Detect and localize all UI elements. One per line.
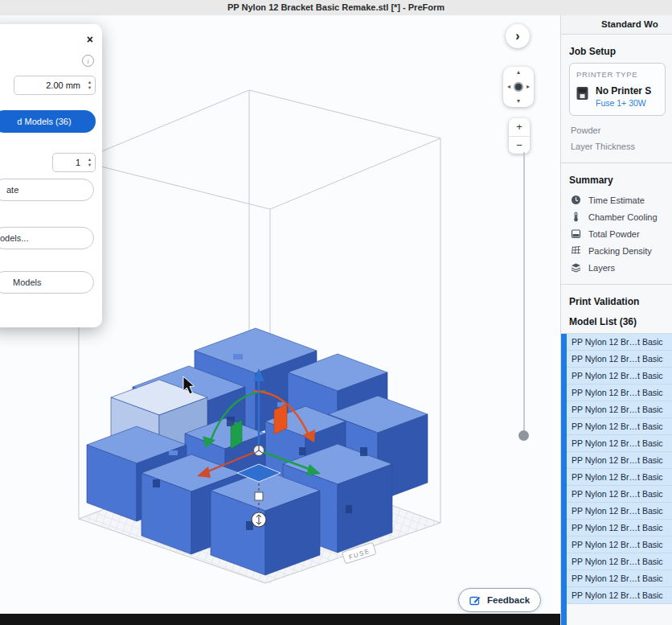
model-list-selection-strip[interactable]	[561, 334, 567, 625]
workspace-title: Standard Wo	[561, 15, 672, 35]
model-list-item[interactable]: PP Nylon 12 Br…t Basic	[561, 553, 672, 570]
models-button[interactable]: Models	[0, 271, 94, 294]
printer-type-card[interactable]: PRINTER TYPE No Printer S Fuse 1+ 30W	[569, 63, 666, 116]
zoom-out-button[interactable]: −	[509, 137, 530, 154]
clock-icon	[571, 195, 581, 205]
powder-icon	[571, 228, 581, 239]
model-list-item[interactable]: PP Nylon 12 Br…t Basic	[561, 587, 672, 604]
view-orbit-icon[interactable]	[514, 82, 523, 92]
model-list-item[interactable]: PP Nylon 12 Br…t Basic	[561, 452, 672, 469]
model-list-item[interactable]: PP Nylon 12 Br…t Basic	[561, 384, 672, 401]
zoom-slider-handle[interactable]	[518, 430, 529, 441]
summary-total-powder: Total Powder	[561, 225, 672, 242]
window-title: PP Nylon 12 Bracket Basic Remake.stl [*]…	[0, 0, 672, 16]
model-list-item[interactable]: PP Nylon 12 Br…t Basic	[561, 418, 672, 435]
model-list-item[interactable]: PP Nylon 12 Br…t Basic	[561, 486, 672, 503]
model-list-item[interactable]: PP Nylon 12 Br…t Basic	[561, 537, 672, 553]
printer-icon	[576, 85, 589, 101]
count-value[interactable]: 1	[53, 158, 84, 167]
summary-label: Total Powder	[588, 229, 640, 239]
summary-chamber-cooling: Chamber Cooling	[561, 208, 672, 225]
zoom-control[interactable]: + −	[509, 118, 530, 154]
layers-icon	[571, 262, 581, 273]
bottom-toolbar	[0, 614, 560, 625]
model-list-item[interactable]: PP Nylon 12 Br…t Basic	[561, 334, 672, 351]
printer-type-label: PRINTER TYPE	[576, 70, 658, 79]
model-list-heading[interactable]: Model List (36)	[561, 313, 672, 333]
nav-right-icon[interactable]: ▸	[527, 84, 530, 90]
layer-thickness-label: Layer Thickness	[561, 138, 672, 154]
select-models-button[interactable]: odels...	[0, 227, 94, 249]
duplicate-button[interactable]: ate	[0, 179, 94, 201]
model-list: PP Nylon 12 Br…t Basic PP Nylon 12 Br…t …	[561, 333, 672, 604]
summary-label: Packing Density	[588, 246, 652, 256]
powder-label: Powder	[561, 122, 672, 138]
summary-packing-density: Packing Density	[561, 242, 672, 259]
count-stepper[interactable]: 1 ▲ ▼	[52, 153, 96, 172]
spacing-stepper[interactable]: 2.00 mm ▲ ▼	[14, 76, 96, 95]
preform-window: PP Nylon 12 Bracket Basic Remake.stl [*]…	[0, 0, 672, 625]
job-setup-heading: Job Setup	[561, 35, 672, 63]
summary-layers: Layers	[561, 259, 672, 276]
job-setup-panel: Standard Wo Job Setup PRINTER TYPE No Pr…	[560, 15, 672, 625]
summary-heading: Summary	[561, 163, 672, 191]
feedback-button[interactable]: Feedback	[458, 588, 541, 612]
model-list-item[interactable]: PP Nylon 12 Br…t Basic	[561, 351, 672, 368]
packing-dialog: × i 2.00 mm ▲ ▼ d Models (36) 1 ▲ ▼ ate …	[0, 24, 102, 327]
feedback-label: Feedback	[487, 595, 530, 605]
stepper-up-icon[interactable]: ▲	[88, 80, 92, 84]
info-icon[interactable]: i	[82, 55, 94, 67]
printer-name: No Printer S	[596, 85, 651, 97]
model-list-item[interactable]: PP Nylon 12 Br…t Basic	[561, 469, 672, 486]
feedback-icon	[469, 594, 481, 606]
stepper-up-icon[interactable]: ▲	[88, 158, 92, 162]
printer-model-link[interactable]: Fuse 1+ 30W	[596, 98, 651, 108]
model-list-item[interactable]: PP Nylon 12 Br…t Basic	[561, 503, 672, 520]
summary-time-estimate: Time Estimate	[561, 191, 672, 208]
grid-icon	[571, 245, 581, 256]
nav-down-icon[interactable]: ▾	[517, 98, 520, 105]
summary-label: Layers	[588, 263, 615, 273]
zoom-in-button[interactable]: +	[509, 118, 530, 137]
expand-panel-button[interactable]: ›	[506, 24, 530, 48]
model-list-item[interactable]: PP Nylon 12 Br…t Basic	[561, 520, 672, 537]
view-navigation-pad[interactable]: ▴ ◂ ▸ ▾	[503, 67, 534, 107]
model-list-item[interactable]: PP Nylon 12 Br…t Basic	[561, 435, 672, 452]
summary-label: Chamber Cooling	[588, 212, 658, 222]
model-list-item[interactable]: PP Nylon 12 Br…t Basic	[561, 401, 672, 418]
stepper-down-icon[interactable]: ▼	[88, 86, 92, 90]
model-list-item[interactable]: PP Nylon 12 Br…t Basic	[561, 368, 672, 384]
close-icon[interactable]: ×	[87, 33, 93, 46]
summary-label: Time Estimate	[588, 195, 645, 205]
zoom-slider-track[interactable]	[523, 152, 525, 435]
model-list-item[interactable]: PP Nylon 12 Br…t Basic	[561, 570, 672, 587]
nav-up-icon[interactable]: ▴	[517, 69, 520, 76]
thermometer-icon	[571, 212, 581, 222]
pack-models-button[interactable]: d Models (36)	[0, 110, 96, 133]
print-validation-heading[interactable]: Print Validation	[561, 285, 672, 313]
spacing-value[interactable]: 2.00 mm	[14, 80, 84, 90]
stepper-down-icon[interactable]: ▼	[88, 163, 92, 167]
nav-left-icon[interactable]: ◂	[507, 84, 510, 90]
